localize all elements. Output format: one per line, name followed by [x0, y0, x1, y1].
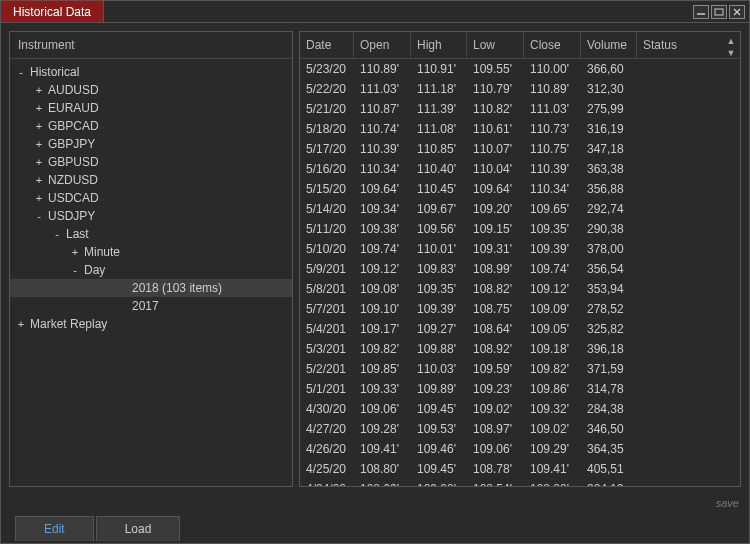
cell-open: 109.17' — [354, 322, 411, 336]
close-button[interactable] — [729, 5, 745, 19]
cell-low: 109.15' — [467, 222, 524, 236]
table-row[interactable]: 5/14/20109.34'109.67'109.20'109.65'292,7… — [300, 199, 740, 219]
grid-header: Date Open High Low Close Volume Status — [300, 32, 740, 59]
tree-node[interactable]: +2017 — [10, 297, 292, 315]
table-row[interactable]: 5/7/201109.10'109.39'108.75'109.09'278,5… — [300, 299, 740, 319]
tab-load[interactable]: Load — [96, 516, 181, 541]
table-row[interactable]: 5/3/201109.82'109.88'108.92'109.18'396,1… — [300, 339, 740, 359]
cell-low: 108.64' — [467, 322, 524, 336]
expand-icon[interactable]: + — [34, 84, 44, 96]
cell-volume: 292,74 — [581, 202, 637, 216]
maximize-button[interactable] — [711, 5, 727, 19]
col-high[interactable]: High — [411, 32, 467, 58]
tree-node[interactable]: +Minute — [10, 243, 292, 261]
col-low[interactable]: Low — [467, 32, 524, 58]
tree-node[interactable]: +NZDUSD — [10, 171, 292, 189]
cell-high: 109.67' — [411, 202, 467, 216]
cell-open: 109.33' — [354, 382, 411, 396]
cell-volume: 346,50 — [581, 422, 637, 436]
cell-low: 109.64' — [467, 182, 524, 196]
tree-node[interactable]: -Day — [10, 261, 292, 279]
expand-icon[interactable]: + — [16, 318, 26, 330]
expand-icon[interactable]: + — [34, 174, 44, 186]
cell-volume: 378,00 — [581, 242, 637, 256]
tree-node[interactable]: +GBPJPY — [10, 135, 292, 153]
scroll-down-icon[interactable]: ▼ — [724, 48, 738, 58]
col-volume[interactable]: Volume — [581, 32, 637, 58]
grid-body[interactable]: 5/23/20110.89'110.91'109.55'110.00'366,6… — [300, 59, 740, 486]
data-grid-panel: Date Open High Low Close Volume Status ▲… — [299, 31, 741, 487]
cell-date: 4/30/20 — [300, 402, 354, 416]
table-row[interactable]: 5/15/20109.64'110.45'109.64'110.34'356,8… — [300, 179, 740, 199]
table-row[interactable]: 5/22/20111.03'111.18'110.79'110.89'312,3… — [300, 79, 740, 99]
table-row[interactable]: 5/18/20110.74'111.08'110.61'110.73'316,1… — [300, 119, 740, 139]
cell-volume: 316,19 — [581, 122, 637, 136]
tree-body[interactable]: -Historical+AUDUSD+EURAUD+GBPCAD+GBPJPY+… — [10, 59, 292, 486]
cell-low: 109.23' — [467, 382, 524, 396]
table-row[interactable]: 5/4/201109.17'109.27'108.64'109.05'325,8… — [300, 319, 740, 339]
expand-icon[interactable]: + — [34, 120, 44, 132]
tree-node[interactable]: +GBPCAD — [10, 117, 292, 135]
table-row[interactable]: 4/24/20108.69'109.20'108.54'108.80'384,1… — [300, 479, 740, 486]
cell-low: 109.31' — [467, 242, 524, 256]
col-status[interactable]: Status — [637, 32, 689, 58]
scroll-arrows: ▲ ▼ — [724, 36, 738, 58]
table-row[interactable]: 5/9/201109.12'109.83'108.99'109.74'356,5… — [300, 259, 740, 279]
expand-icon[interactable]: + — [70, 246, 80, 258]
cell-volume: 353,94 — [581, 282, 637, 296]
table-row[interactable]: 4/25/20108.80'109.45'108.78'109.41'405,5… — [300, 459, 740, 479]
table-row[interactable]: 4/27/20109.28'109.53'108.97'109.02'346,5… — [300, 419, 740, 439]
expand-icon[interactable]: + — [34, 102, 44, 114]
tree-node-label: EURAUD — [48, 101, 99, 115]
minimize-button[interactable] — [693, 5, 709, 19]
col-close[interactable]: Close — [524, 32, 581, 58]
scroll-up-icon[interactable]: ▲ — [724, 36, 738, 46]
cell-close: 109.35' — [524, 222, 581, 236]
tree-node[interactable]: +EURAUD — [10, 99, 292, 117]
expand-icon[interactable]: + — [34, 138, 44, 150]
collapse-icon[interactable]: - — [16, 66, 26, 78]
table-row[interactable]: 5/23/20110.89'110.91'109.55'110.00'366,6… — [300, 59, 740, 79]
table-row[interactable]: 5/17/20110.39'110.85'110.07'110.75'347,1… — [300, 139, 740, 159]
expand-icon[interactable]: + — [34, 192, 44, 204]
tree-node[interactable]: -Last — [10, 225, 292, 243]
table-row[interactable]: 5/1/201109.33'109.89'109.23'109.86'314,7… — [300, 379, 740, 399]
cell-volume: 284,38 — [581, 402, 637, 416]
table-row[interactable]: 4/26/20109.41'109.46'109.06'109.29'364,3… — [300, 439, 740, 459]
col-date[interactable]: Date — [300, 32, 354, 58]
cell-close: 109.12' — [524, 282, 581, 296]
tree-node[interactable]: +2018 (103 items) — [10, 279, 292, 297]
tree-node[interactable]: +AUDUSD — [10, 81, 292, 99]
cell-high: 109.45' — [411, 462, 467, 476]
collapse-icon[interactable]: - — [70, 264, 80, 276]
col-open[interactable]: Open — [354, 32, 411, 58]
collapse-icon[interactable]: - — [34, 210, 44, 222]
tree-node[interactable]: -Historical — [10, 63, 292, 81]
table-row[interactable]: 5/21/20110.87'111.39'110.82'111.03'275,9… — [300, 99, 740, 119]
table-row[interactable]: 5/8/201109.08'109.35'108.82'109.12'353,9… — [300, 279, 740, 299]
tree-node[interactable]: +GBPUSD — [10, 153, 292, 171]
tab-edit[interactable]: Edit — [15, 516, 94, 541]
tree-node[interactable]: -USDJPY — [10, 207, 292, 225]
cell-date: 5/9/201 — [300, 262, 354, 276]
svg-rect-1 — [715, 9, 723, 15]
table-row[interactable]: 5/2/201109.85'110.03'109.59'109.82'371,5… — [300, 359, 740, 379]
collapse-icon[interactable]: - — [52, 228, 62, 240]
cell-close: 109.82' — [524, 362, 581, 376]
cell-high: 111.08' — [411, 122, 467, 136]
cell-close: 109.39' — [524, 242, 581, 256]
table-row[interactable]: 5/10/20109.74'110.01'109.31'109.39'378,0… — [300, 239, 740, 259]
save-link[interactable]: save — [1, 495, 749, 513]
cell-open: 111.03' — [354, 82, 411, 96]
table-row[interactable]: 5/16/20110.34'110.40'110.04'110.39'363,3… — [300, 159, 740, 179]
tree-node[interactable]: +Market Replay — [10, 315, 292, 333]
cell-high: 109.89' — [411, 382, 467, 396]
cell-date: 5/16/20 — [300, 162, 354, 176]
table-row[interactable]: 4/30/20109.06'109.45'109.02'109.32'284,3… — [300, 399, 740, 419]
cell-date: 5/1/201 — [300, 382, 354, 396]
table-row[interactable]: 5/11/20109.38'109.56'109.15'109.35'290,3… — [300, 219, 740, 239]
expand-icon[interactable]: + — [34, 156, 44, 168]
tree-node[interactable]: +USDCAD — [10, 189, 292, 207]
footer: save Edit Load — [1, 495, 749, 543]
tree-node-label: Minute — [84, 245, 120, 259]
